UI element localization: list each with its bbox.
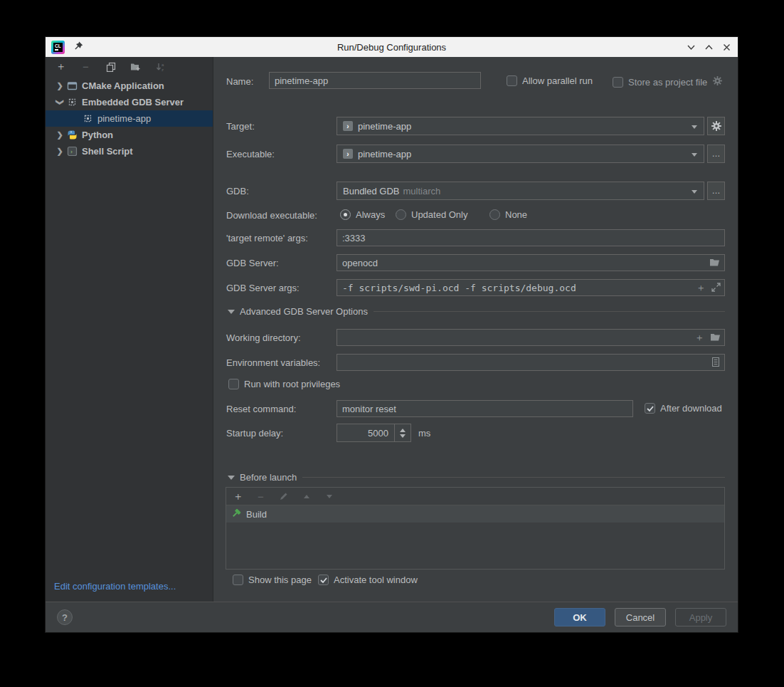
- activate-tool-window-checkbox[interactable]: [318, 575, 329, 585]
- tree-item-label: Shell Script: [82, 146, 133, 157]
- pin-icon[interactable]: [73, 41, 84, 54]
- name-input[interactable]: [269, 72, 481, 89]
- dialog-title: Run/Debug Configurations: [46, 42, 738, 53]
- environment-variables-input[interactable]: [337, 354, 725, 371]
- gdb-server-args-label: GDB Server args:: [226, 283, 300, 293]
- gdb-combobox[interactable]: Bundled GDB multiarch: [337, 182, 704, 200]
- folder-icon[interactable]: [710, 332, 721, 345]
- edit-task-icon[interactable]: [278, 491, 289, 502]
- run-with-root-checkbox[interactable]: [228, 379, 239, 389]
- chevron-right-icon[interactable]: ❯: [53, 147, 66, 156]
- section-collapse-icon[interactable]: [228, 476, 235, 480]
- chevron-right-icon[interactable]: ❯: [53, 81, 66, 90]
- before-launch-title: Before launch: [240, 472, 297, 483]
- stepper-up-icon[interactable]: [400, 429, 406, 432]
- target-settings-button[interactable]: [707, 117, 725, 135]
- add-macro-icon[interactable]: ＋: [694, 332, 704, 345]
- reset-command-input[interactable]: [337, 400, 633, 417]
- after-download-label: After download: [660, 403, 722, 414]
- target-label: Target:: [226, 121, 255, 132]
- new-folder-icon[interactable]: [130, 61, 141, 72]
- remove-task-icon[interactable]: −: [255, 491, 266, 502]
- chevron-down-icon[interactable]: ❯: [55, 96, 65, 109]
- advanced-section-title: Advanced GDB Server Options: [240, 306, 368, 317]
- download-executable-label: Download executable:: [226, 210, 317, 221]
- store-settings-gear-icon[interactable]: [712, 75, 723, 88]
- gdb-browse-button[interactable]: …: [707, 182, 725, 200]
- run-target-icon: ›: [343, 149, 353, 159]
- edit-configuration-templates-link[interactable]: Edit configuration templates...: [54, 581, 176, 592]
- sort-alphabetically-icon[interactable]: az: [155, 61, 166, 72]
- titlebar: CL Run/Debug Configurations: [46, 37, 738, 57]
- window-close-icon[interactable]: [721, 42, 732, 53]
- help-button[interactable]: ?: [57, 609, 73, 625]
- allow-parallel-run-checkbox[interactable]: [507, 75, 517, 86]
- stepper-down-icon[interactable]: [400, 434, 406, 438]
- after-download-checkbox[interactable]: [645, 403, 655, 414]
- advanced-gdb-options-section[interactable]: Advanced GDB Server Options: [228, 306, 725, 317]
- download-always-label: Always: [356, 209, 385, 220]
- expand-field-icon[interactable]: [711, 282, 721, 295]
- clion-logo-icon: CL: [51, 41, 65, 54]
- chip-icon: [82, 113, 93, 125]
- chevron-right-icon[interactable]: ❯: [53, 130, 66, 140]
- add-configuration-icon[interactable]: ＋: [55, 61, 66, 72]
- tree-item-python[interactable]: ❯ Python: [46, 127, 213, 143]
- browse-variables-icon[interactable]: [712, 357, 719, 369]
- reset-command-label: Reset command:: [226, 404, 296, 414]
- executable-combobox[interactable]: › pinetime-app: [337, 145, 704, 163]
- dialog-footer: ? OK Cancel Apply: [46, 602, 738, 632]
- activate-tool-window-label: Activate tool window: [334, 575, 418, 585]
- add-macro-icon[interactable]: ＋: [696, 282, 706, 295]
- svg-text:z: z: [161, 67, 164, 71]
- cancel-button[interactable]: Cancel: [615, 608, 666, 626]
- ok-button[interactable]: OK: [554, 608, 605, 626]
- remove-configuration-icon[interactable]: −: [80, 61, 91, 72]
- cmake-application-icon: [66, 80, 78, 92]
- executable-value: pinetime-app: [358, 149, 411, 159]
- download-always-radio[interactable]: [340, 209, 351, 220]
- window-roll-up-icon[interactable]: [704, 42, 714, 53]
- combo-arrow-icon: [692, 190, 697, 194]
- section-collapse-icon[interactable]: [228, 310, 235, 314]
- show-this-page-checkbox[interactable]: [233, 575, 243, 585]
- target-combobox[interactable]: › pinetime-app: [337, 117, 704, 135]
- svg-text:›: ›: [70, 149, 73, 155]
- tree-item-embedded-gdb-server[interactable]: ❯ Embedded GDB Server: [46, 94, 213, 110]
- run-debug-configurations-dialog: CL Run/Debug Configurations ＋ −: [46, 37, 738, 632]
- download-none-radio[interactable]: [489, 209, 500, 220]
- executable-browse-button[interactable]: …: [707, 145, 725, 163]
- tree-item-shell-script[interactable]: ❯ › Shell Script: [46, 143, 213, 159]
- before-launch-panel: ＋ − Build: [226, 487, 725, 570]
- before-launch-section[interactable]: Before launch: [228, 472, 725, 483]
- gdb-value: Bundled GDB: [343, 186, 400, 196]
- tree-item-label: Python: [82, 130, 113, 140]
- before-launch-task-build[interactable]: Build: [226, 505, 724, 523]
- gdb-server-input[interactable]: [337, 254, 725, 271]
- window-roll-down-icon[interactable]: [686, 42, 696, 53]
- hammer-icon: [231, 508, 241, 520]
- run-target-icon: ›: [343, 121, 353, 131]
- move-up-icon[interactable]: [301, 491, 312, 502]
- copy-configuration-icon[interactable]: [105, 61, 116, 72]
- folder-icon[interactable]: [709, 257, 720, 270]
- move-down-icon[interactable]: [324, 491, 334, 502]
- download-updated-only-radio[interactable]: [396, 209, 406, 220]
- target-remote-args-input[interactable]: [337, 229, 725, 246]
- tree-item-label: Embedded GDB Server: [82, 97, 184, 107]
- apply-button[interactable]: Apply: [675, 608, 726, 626]
- store-as-project-file-checkbox[interactable]: [613, 77, 623, 88]
- gdb-server-label: GDB Server:: [226, 258, 279, 268]
- before-launch-toolbar: ＋ −: [226, 488, 724, 505]
- svg-text:a: a: [161, 62, 164, 66]
- configuration-form: Name: Allow parallel run Store as projec…: [213, 57, 738, 602]
- gdb-hint: multiarch: [403, 186, 441, 196]
- tree-item-cmake-application[interactable]: ❯ CMake Application: [46, 78, 213, 94]
- startup-delay-value[interactable]: 5000: [337, 424, 394, 441]
- startup-delay-stepper[interactable]: 5000: [337, 424, 411, 442]
- working-directory-input[interactable]: [337, 329, 725, 346]
- add-task-icon[interactable]: ＋: [233, 491, 243, 502]
- stepper-arrows[interactable]: [394, 424, 410, 441]
- tree-item-pinetime-app[interactable]: ❯ pinetime-app: [46, 110, 213, 127]
- gdb-server-args-input[interactable]: [337, 279, 725, 296]
